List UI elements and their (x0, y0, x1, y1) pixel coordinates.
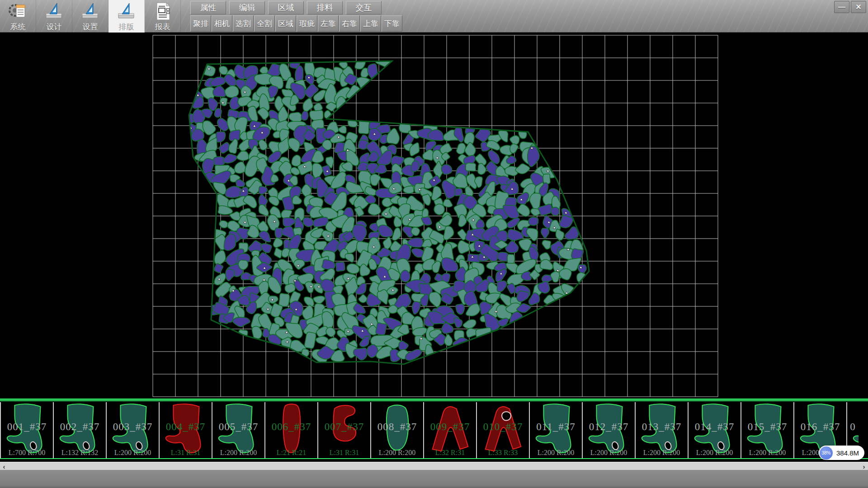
piece-name: 011_#37 (530, 421, 582, 433)
thumbnail-cell[interactable]: 004_#37L:31 R:31 (160, 402, 212, 458)
thumbnail-cell[interactable]: 005_#37L:200 R:200 (212, 402, 265, 458)
system-icon (8, 2, 28, 21)
app-label: 设计 (47, 22, 62, 32)
thumbnail-cell[interactable]: 008_#37L:200 R:200 (371, 402, 424, 458)
piece-lr-count: L:33 R:33 (477, 449, 529, 457)
app-label: 报表 (155, 22, 170, 32)
menu-interactive[interactable]: 交互 (346, 1, 382, 14)
piece-name: 012_#37 (583, 421, 635, 433)
thumbnail-cell[interactable]: 001_#37L:700 R:700 (1, 402, 54, 458)
progress-indicator: 38% (820, 446, 833, 460)
piece-lr-count: L:200 R:200 (212, 449, 264, 457)
tool-align-bottom[interactable]: 下靠 (382, 15, 402, 32)
piece-name: 015_#37 (741, 421, 793, 433)
app-button-design[interactable]: 设计 (36, 0, 72, 33)
tool-select-cut[interactable]: 选割 (233, 15, 254, 32)
memory-value: 384.8M (836, 449, 859, 457)
thumbnail-cell[interactable]: 015_#37L:200 R:200 (741, 402, 794, 458)
piece-lr-count: L:32 R:31 (424, 449, 476, 457)
nested-pieces[interactable] (185, 55, 587, 365)
nesting-canvas[interactable] (0, 33, 868, 399)
app-label: 系统 (10, 22, 26, 32)
memory-badge: 38% 384.8M (819, 446, 864, 460)
thumbnail-cell[interactable]: 009_#37L:32 R:31 (424, 402, 477, 458)
menu-nesting[interactable]: 排料 (307, 1, 343, 14)
app-bar: 系统设计设置排版报表 (0, 0, 181, 33)
piece-lr-count: L:700 R:700 (1, 449, 53, 457)
tool-align-top[interactable]: 上靠 (360, 15, 381, 32)
piece-name: 016_#37 (794, 421, 846, 433)
thumbnail-row: 001_#37L:700 R:700002_#37L:132 R:132003_… (0, 402, 868, 458)
thumbnail-cell[interactable]: 014_#37L:200 R:200 (689, 402, 741, 458)
tool-region-tool[interactable]: 区域 (275, 15, 296, 32)
tool-align-left[interactable]: 左靠 (318, 15, 339, 32)
piece-name: 004_#37 (160, 421, 212, 433)
close-button[interactable]: ✕ (851, 1, 866, 13)
piece-lr-count: L:200 R:200 (530, 449, 582, 457)
piece-name: 0 (847, 421, 859, 433)
settings-icon (80, 2, 101, 21)
piece-name: 005_#37 (212, 421, 264, 433)
horizontal-scrollbar[interactable]: ‹ › (0, 462, 868, 470)
piece-lr-count: L:200 R:200 (583, 449, 635, 457)
tool-defect[interactable]: 瑕疵 (297, 15, 317, 32)
piece-lr-count: L:31 R:31 (318, 449, 370, 457)
tool-full-cut[interactable]: 全割 (254, 15, 275, 32)
piece-name: 010_#37 (477, 421, 529, 433)
strip-accent-line-bottom (0, 458, 868, 459)
piece-lr-count: L:200 R:200 (371, 449, 423, 457)
tool-camera[interactable]: 相机 (212, 15, 232, 32)
tool-align-right[interactable]: 右靠 (339, 15, 360, 32)
app-button-layout[interactable]: 排版 (108, 0, 145, 33)
menu-properties[interactable]: 属性 (190, 1, 226, 14)
piece-name: 001_#37 (1, 421, 53, 433)
piece-lr-count: L:200 R:200 (636, 449, 688, 457)
status-bar (0, 470, 868, 488)
piece-name: 009_#37 (424, 421, 476, 433)
thumbnail-cell[interactable]: 011_#37L:200 R:200 (530, 402, 583, 458)
thumbnail-cell[interactable]: 012_#37L:200 R:200 (583, 402, 636, 458)
scroll-right-arrow[interactable]: › (860, 462, 868, 470)
piece-name: 008_#37 (371, 421, 423, 433)
canvas-drawing[interactable] (0, 33, 868, 399)
app-button-system[interactable]: 系统 (0, 0, 36, 33)
tool-bar: 聚排相机选割全割区域瑕疵左靠右靠上靠下靠 (190, 15, 402, 32)
layout-icon (116, 2, 137, 21)
piece-name: 006_#37 (265, 421, 317, 433)
app-label: 排版 (119, 22, 134, 32)
app-button-settings[interactable]: 设置 (72, 0, 108, 33)
thumbnail-cell[interactable]: 010_#37L:33 R:33 (477, 402, 530, 458)
thumbnail-cell[interactable]: 003_#37L:200 R:200 (107, 402, 160, 458)
piece-name: 007_#37 (318, 421, 370, 433)
toolbar: 系统设计设置排版报表 属性编辑区域排料交互 聚排相机选割全割区域瑕疵左靠右靠上靠… (0, 0, 868, 33)
design-icon (44, 2, 65, 21)
piece-thumbnail-strip: 001_#37L:700 R:700002_#37L:132 R:132003_… (0, 399, 868, 462)
thumbnail-cell[interactable]: 013_#37L:200 R:200 (636, 402, 689, 458)
piece-lr-count: L:200 R:200 (689, 449, 741, 457)
piece-lr-count: L:132 R:132 (54, 449, 106, 457)
piece-name: 003_#37 (107, 421, 159, 433)
minimize-button[interactable]: — (834, 1, 849, 13)
app-label: 设置 (83, 22, 98, 32)
thumbnail-cell[interactable]: 007_#37L:31 R:31 (318, 402, 371, 458)
report-icon (152, 2, 173, 21)
menu-region[interactable]: 区域 (268, 1, 304, 14)
tool-cluster-nest[interactable]: 聚排 (190, 15, 211, 32)
menu-edit[interactable]: 编辑 (229, 1, 265, 14)
piece-name: 002_#37 (54, 421, 106, 433)
piece-lr-count: L:200 R:200 (741, 449, 793, 457)
thumbnail-cell[interactable]: 002_#37L:132 R:132 (54, 402, 107, 458)
app-button-report[interactable]: 报表 (145, 0, 181, 33)
piece-name: 014_#37 (689, 421, 741, 433)
piece-lr-count: L:200 R:200 (107, 449, 159, 457)
window-controls: — ✕ (834, 1, 866, 13)
scroll-left-arrow[interactable]: ‹ (0, 462, 8, 470)
thumbnail-cell[interactable]: 006_#37L:21 R:21 (265, 402, 318, 458)
piece-lr-count: L:21 R:21 (265, 449, 317, 457)
piece-lr-count: L:31 R:31 (160, 449, 212, 457)
menu-bar: 属性编辑区域排料交互 (190, 1, 382, 14)
strip-accent-line (0, 399, 868, 402)
piece-name: 013_#37 (636, 421, 688, 433)
